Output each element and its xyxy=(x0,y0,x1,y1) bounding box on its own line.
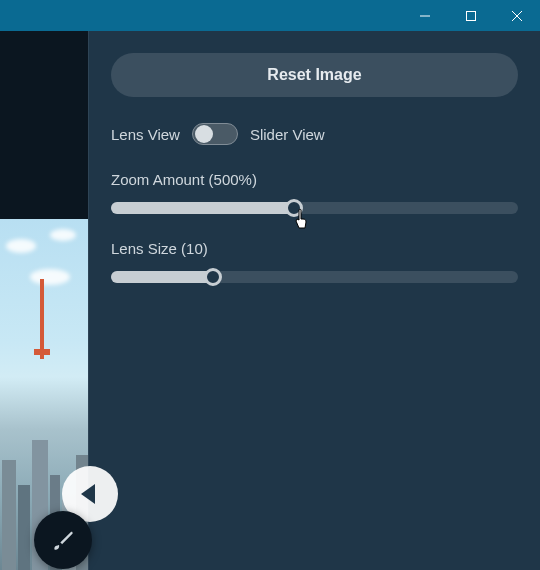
brush-tool-button[interactable] xyxy=(34,511,92,569)
slider-thumb[interactable] xyxy=(285,199,303,217)
maximize-icon xyxy=(466,11,476,21)
maximize-button[interactable] xyxy=(448,0,494,31)
slider-fill xyxy=(111,202,294,214)
zoom-amount-label: Zoom Amount (500%) xyxy=(111,171,518,188)
reset-image-button[interactable]: Reset Image xyxy=(111,53,518,97)
brush-icon xyxy=(50,527,76,553)
slider-thumb[interactable] xyxy=(204,268,222,286)
minimize-button[interactable] xyxy=(402,0,448,31)
close-icon xyxy=(512,11,522,21)
settings-panel: Reset Image Lens View Slider View Zoom A… xyxy=(88,31,540,570)
chevron-left-icon xyxy=(81,484,95,504)
toggle-thumb xyxy=(195,125,213,143)
zoom-amount-slider[interactable] xyxy=(111,202,518,214)
close-button[interactable] xyxy=(494,0,540,31)
lens-view-label: Lens View xyxy=(111,126,180,143)
window-titlebar xyxy=(0,0,540,31)
slider-fill xyxy=(111,271,213,283)
view-mode-toggle[interactable] xyxy=(192,123,238,145)
lens-size-slider[interactable] xyxy=(111,271,518,283)
minimize-icon xyxy=(420,11,430,21)
lens-slider-group: Lens Size (10) xyxy=(111,240,518,283)
slider-view-label: Slider View xyxy=(250,126,325,143)
lens-size-label: Lens Size (10) xyxy=(111,240,518,257)
svg-rect-1 xyxy=(467,11,476,20)
view-mode-row: Lens View Slider View xyxy=(111,123,518,145)
zoom-slider-group: Zoom Amount (500%) xyxy=(111,171,518,214)
